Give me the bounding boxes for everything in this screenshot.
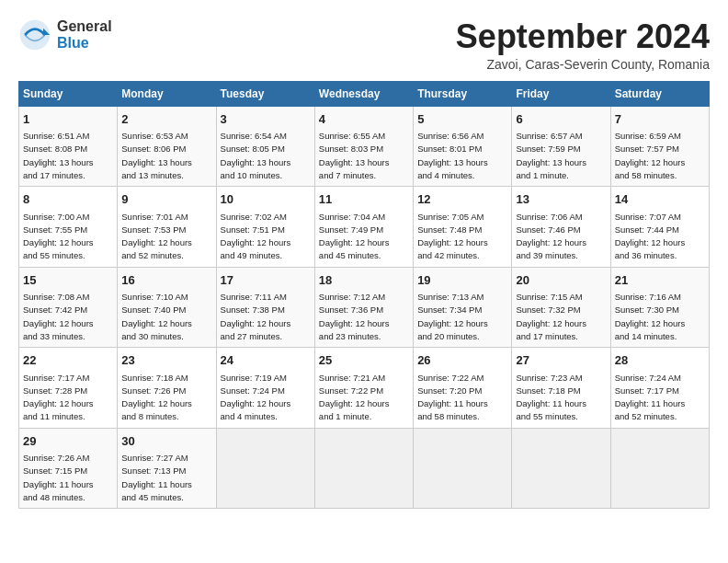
day-number: 8 [23, 190, 113, 209]
calendar-week-row: 15Sunrise: 7:08 AMSunset: 7:42 PMDayligh… [19, 267, 710, 348]
cell-content: 27Sunrise: 7:23 AMSunset: 7:18 PMDayligh… [516, 351, 606, 424]
calendar-cell: 21Sunrise: 7:16 AMSunset: 7:30 PMDayligh… [610, 267, 709, 348]
header-day: Monday [118, 81, 216, 106]
cell-content: 25Sunrise: 7:21 AMSunset: 7:22 PMDayligh… [319, 351, 409, 424]
cell-line: Daylight: 13 hours [417, 156, 507, 169]
cell-content: 24Sunrise: 7:19 AMSunset: 7:24 PMDayligh… [221, 351, 311, 424]
logo-general: General [57, 18, 112, 35]
calendar-cell: 25Sunrise: 7:21 AMSunset: 7:22 PMDayligh… [314, 348, 413, 429]
cell-line: Sunset: 7:57 PM [615, 143, 705, 155]
cell-line: Sunrise: 7:00 AM [23, 211, 113, 224]
cell-line: Sunset: 7:49 PM [319, 224, 409, 236]
calendar-cell: 20Sunrise: 7:15 AMSunset: 7:32 PMDayligh… [512, 267, 610, 348]
cell-line: Daylight: 13 hours [516, 156, 606, 169]
cell-line: and 58 minutes. [615, 169, 705, 182]
calendar-cell [512, 428, 610, 509]
calendar-week-row: 29Sunrise: 7:26 AMSunset: 7:15 PMDayligh… [19, 428, 710, 509]
cell-line: and 42 minutes. [417, 249, 507, 262]
cell-content: 14Sunrise: 7:07 AMSunset: 7:44 PMDayligh… [615, 190, 705, 263]
calendar-cell: 24Sunrise: 7:19 AMSunset: 7:24 PMDayligh… [216, 348, 314, 429]
cell-line: Sunset: 7:40 PM [121, 304, 211, 316]
cell-line: Daylight: 12 hours [615, 156, 705, 169]
day-number: 27 [516, 351, 606, 370]
cell-line: Sunrise: 7:08 AM [23, 291, 113, 304]
calendar-week-row: 1Sunrise: 6:51 AMSunset: 8:08 PMDaylight… [19, 106, 710, 187]
calendar-cell: 7Sunrise: 6:59 AMSunset: 7:57 PMDaylight… [610, 106, 709, 187]
cell-line: and 30 minutes. [121, 330, 211, 343]
cell-line: Sunrise: 6:51 AM [23, 130, 113, 143]
day-number: 14 [615, 190, 705, 209]
calendar-cell [216, 428, 314, 509]
logo: General Blue [18, 18, 112, 52]
calendar-cell [610, 428, 709, 509]
cell-content: 13Sunrise: 7:06 AMSunset: 7:46 PMDayligh… [516, 190, 606, 263]
cell-content: 18Sunrise: 7:12 AMSunset: 7:36 PMDayligh… [319, 271, 409, 344]
calendar-cell: 27Sunrise: 7:23 AMSunset: 7:18 PMDayligh… [512, 348, 610, 429]
calendar-cell: 26Sunrise: 7:22 AMSunset: 7:20 PMDayligh… [414, 348, 512, 429]
cell-line: Daylight: 12 hours [23, 317, 113, 330]
cell-line: and 45 minutes. [319, 249, 409, 262]
header-day: Tuesday [216, 81, 314, 106]
cell-line: Sunrise: 6:55 AM [319, 130, 409, 143]
cell-line: Sunset: 8:08 PM [23, 143, 113, 155]
calendar-cell: 23Sunrise: 7:18 AMSunset: 7:26 PMDayligh… [118, 348, 216, 429]
calendar-cell: 4Sunrise: 6:55 AMSunset: 8:03 PMDaylight… [314, 106, 413, 187]
day-number: 10 [221, 190, 311, 209]
calendar-cell: 14Sunrise: 7:07 AMSunset: 7:44 PMDayligh… [610, 187, 709, 268]
cell-line: Daylight: 12 hours [221, 397, 311, 410]
cell-line: and 8 minutes. [121, 410, 211, 423]
cell-line: and 20 minutes. [417, 330, 507, 343]
day-number: 11 [319, 190, 409, 209]
cell-content: 4Sunrise: 6:55 AMSunset: 8:03 PMDaylight… [319, 110, 409, 183]
calendar-cell: 12Sunrise: 7:05 AMSunset: 7:48 PMDayligh… [414, 187, 512, 268]
day-number: 9 [121, 190, 211, 209]
cell-content: 21Sunrise: 7:16 AMSunset: 7:30 PMDayligh… [615, 271, 705, 344]
cell-line: Sunrise: 7:07 AM [615, 211, 705, 224]
day-number: 23 [121, 351, 211, 370]
cell-line: Sunrise: 7:19 AM [221, 372, 311, 385]
cell-line: and 1 minute. [516, 169, 606, 182]
location: Zavoi, Caras-Severin County, Romania [456, 57, 710, 72]
calendar-cell: 10Sunrise: 7:02 AMSunset: 7:51 PMDayligh… [216, 187, 314, 268]
cell-line: Daylight: 12 hours [417, 236, 507, 249]
cell-line: Daylight: 12 hours [319, 397, 409, 410]
calendar-cell: 22Sunrise: 7:17 AMSunset: 7:28 PMDayligh… [19, 348, 118, 429]
cell-line: Daylight: 12 hours [121, 317, 211, 330]
calendar-cell: 9Sunrise: 7:01 AMSunset: 7:53 PMDaylight… [118, 187, 216, 268]
day-number: 3 [221, 110, 311, 129]
day-number: 17 [221, 271, 311, 290]
cell-line: Daylight: 12 hours [615, 236, 705, 249]
cell-line: Sunset: 7:59 PM [516, 143, 606, 155]
calendar-cell: 28Sunrise: 7:24 AMSunset: 7:17 PMDayligh… [610, 348, 709, 429]
calendar-cell: 5Sunrise: 6:56 AMSunset: 8:01 PMDaylight… [414, 106, 512, 187]
cell-line: Daylight: 11 hours [615, 397, 705, 410]
cell-line: Sunset: 7:46 PM [516, 224, 606, 236]
cell-line: Sunset: 7:18 PM [516, 385, 606, 397]
cell-line: and 39 minutes. [516, 249, 606, 262]
cell-line: and 13 minutes. [121, 169, 211, 182]
cell-line: Daylight: 12 hours [121, 236, 211, 249]
header-day: Wednesday [314, 81, 413, 106]
month-title: September 2024 [456, 18, 710, 55]
cell-line: Sunrise: 6:57 AM [516, 130, 606, 143]
cell-line: and 48 minutes. [23, 491, 113, 504]
cell-line: Daylight: 12 hours [516, 236, 606, 249]
cell-line: and 17 minutes. [23, 169, 113, 182]
calendar-table: SundayMondayTuesdayWednesdayThursdayFrid… [18, 81, 710, 510]
cell-line: Daylight: 11 hours [23, 478, 113, 491]
cell-line: Sunrise: 6:53 AM [121, 130, 211, 143]
cell-line: Sunrise: 7:11 AM [221, 291, 311, 304]
cell-line: Sunset: 7:42 PM [23, 304, 113, 316]
cell-content: 30Sunrise: 7:27 AMSunset: 7:13 PMDayligh… [121, 432, 211, 505]
cell-line: and 7 minutes. [319, 169, 409, 182]
day-number: 7 [615, 110, 705, 129]
day-number: 21 [615, 271, 705, 290]
cell-line: Sunrise: 7:16 AM [615, 291, 705, 304]
cell-content: 5Sunrise: 6:56 AMSunset: 8:01 PMDaylight… [417, 110, 507, 183]
calendar-cell: 16Sunrise: 7:10 AMSunset: 7:40 PMDayligh… [118, 267, 216, 348]
day-number: 2 [121, 110, 211, 129]
cell-line: Daylight: 12 hours [221, 317, 311, 330]
calendar-cell: 19Sunrise: 7:13 AMSunset: 7:34 PMDayligh… [414, 267, 512, 348]
day-number: 19 [417, 271, 507, 290]
cell-line: Sunset: 8:01 PM [417, 143, 507, 155]
